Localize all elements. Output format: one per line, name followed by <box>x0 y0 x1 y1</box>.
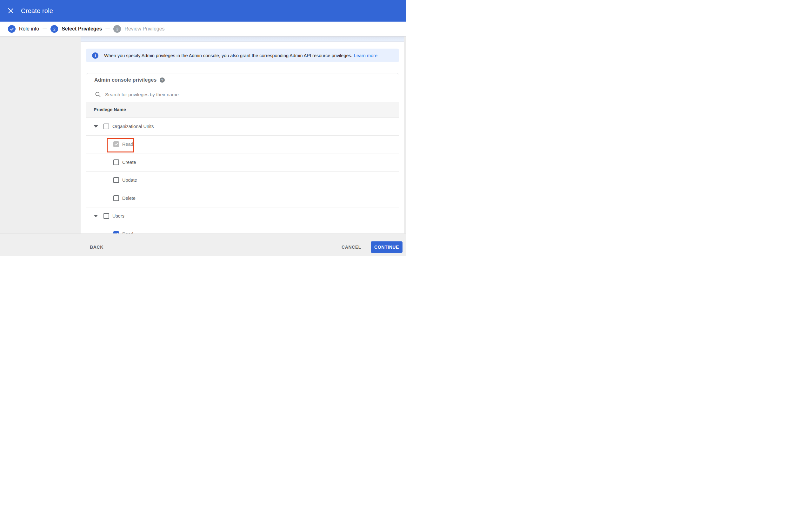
privilege-row: Delete <box>86 189 399 208</box>
step-label: Role info <box>19 26 39 32</box>
privilege-label: Users <box>112 213 124 218</box>
table-header-row: Privilege Name <box>86 102 399 118</box>
back-button[interactable]: BACK <box>90 241 104 253</box>
search-input[interactable] <box>105 92 295 97</box>
expand-triangle-icon[interactable] <box>94 125 98 128</box>
step-label: Select Privileges <box>62 26 102 32</box>
step-role-info[interactable]: Role info <box>8 25 39 33</box>
privilege-checkbox[interactable] <box>113 159 119 165</box>
privilege-label: Organizational Units <box>112 124 154 129</box>
privilege-rows: Organizational UnitsReadCreateUpdateDele… <box>86 117 399 234</box>
card-title: Admin console privileges <box>94 77 156 83</box>
privilege-checkbox[interactable] <box>113 195 119 201</box>
card-header: Admin console privileges ? <box>86 73 399 87</box>
privilege-row: Read <box>86 136 399 154</box>
privilege-label: Delete <box>122 196 136 201</box>
info-icon: i <box>92 52 98 59</box>
scrolled-content-edge <box>81 36 404 42</box>
step-number-badge: 3 <box>113 25 121 33</box>
expand-triangle-icon[interactable] <box>94 215 98 217</box>
cancel-button[interactable]: CANCEL <box>342 241 361 253</box>
privilege-row: Read <box>86 225 399 234</box>
page-title: Create role <box>21 7 53 15</box>
top-app-bar: Create role <box>0 0 406 22</box>
privilege-search-row <box>86 87 399 102</box>
wizard-stepper: Role info 2 Select Privileges 3 Review P… <box>0 22 406 36</box>
privilege-row: Users <box>86 208 399 225</box>
privilege-checkbox[interactable] <box>113 177 119 183</box>
privilege-row: Organizational Units <box>86 117 399 136</box>
step-select-privileges[interactable]: 2 Select Privileges <box>51 25 102 33</box>
privilege-checkbox[interactable] <box>104 213 109 219</box>
step-connector <box>42 29 47 29</box>
search-icon <box>95 91 101 98</box>
content-area: i When you specify Admin privileges in t… <box>81 36 406 234</box>
column-header: Privilege Name <box>94 107 126 112</box>
step-connector <box>106 29 110 29</box>
help-icon[interactable]: ? <box>160 78 165 83</box>
step-review-privileges[interactable]: 3 Review Privileges <box>113 25 165 33</box>
privilege-row: Update <box>86 171 399 190</box>
step-complete-check-icon <box>8 25 16 33</box>
step-label: Review Privileges <box>124 26 165 32</box>
step-number-badge: 2 <box>51 25 58 33</box>
left-empty-panel <box>0 36 81 234</box>
privilege-label: Update <box>122 178 137 183</box>
privilege-row: Create <box>86 154 399 171</box>
admin-privileges-card: Admin console privileges ? Privilege Nam… <box>86 73 399 234</box>
privilege-label: Create <box>122 160 136 165</box>
banner-message: When you specify Admin privileges in the… <box>104 53 352 58</box>
learn-more-link[interactable]: Learn more <box>354 53 377 58</box>
vertical-scrollbar[interactable] <box>404 36 406 234</box>
privilege-checkbox[interactable] <box>113 141 119 147</box>
bottom-action-bar: BACK CANCEL CONTINUE <box>0 234 406 256</box>
privilege-checkbox[interactable] <box>104 124 109 129</box>
info-banner: i When you specify Admin privileges in t… <box>86 49 399 62</box>
continue-button[interactable]: CONTINUE <box>371 241 403 253</box>
privilege-label: Read <box>122 142 133 147</box>
close-icon[interactable] <box>5 5 17 17</box>
banner-text: When you specify Admin privileges in the… <box>104 53 377 58</box>
privilege-checkbox[interactable] <box>113 231 119 234</box>
